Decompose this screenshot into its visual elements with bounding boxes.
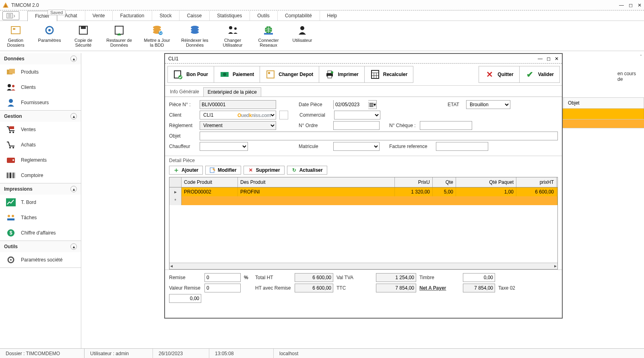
grid-scrollbar[interactable]: ◂▸ xyxy=(169,263,557,269)
timbre-label: Timbre xyxy=(419,275,460,280)
valremise-input[interactable] xyxy=(204,284,241,292)
chevron-up-icon: ▴ xyxy=(70,113,77,119)
sidebar-section-outils[interactable]: Outils▴ xyxy=(0,241,81,252)
etat-select[interactable]: Brouillon xyxy=(466,100,510,109)
sidebar-section-gestion[interactable]: Gestion▴ xyxy=(0,111,81,122)
close-icon[interactable]: ✕ xyxy=(638,2,642,8)
menu-tab-caisse[interactable]: Caisse xyxy=(179,10,209,21)
client-select[interactable]: CLI1 xyxy=(200,111,276,119)
svg-rect-41 xyxy=(12,173,12,178)
calendar-icon[interactable]: ▥▾ xyxy=(368,102,376,107)
sidebar-item-achats[interactable]: Achats xyxy=(0,137,81,152)
svg-rect-62 xyxy=(372,70,379,78)
client-label: Client xyxy=(169,112,197,118)
grid-row-new[interactable]: * xyxy=(169,196,557,205)
recalculer-button[interactable]: Recalculer xyxy=(364,66,414,83)
modal-close-icon[interactable]: ✕ xyxy=(555,56,559,62)
ribbon-mettre-a-jour[interactable]: ↻Mettre a Jour la BDD xyxy=(142,23,171,47)
scroll-right-icon[interactable]: ▸ xyxy=(554,263,557,269)
valtva-label: Val TVA xyxy=(336,275,373,280)
paiement-button[interactable]: Paiement xyxy=(214,66,260,83)
reglement-select[interactable]: Virement xyxy=(200,121,276,130)
detail-grid[interactable]: Code Produit Des Produit PrixU Qte Qté P… xyxy=(169,177,558,270)
chevron-up-icon: ▴ xyxy=(70,243,77,250)
ajouter-button[interactable]: ＋Ajouter xyxy=(169,166,203,175)
taxe-input[interactable] xyxy=(169,294,201,303)
changer-depot-button[interactable]: Changer Depot xyxy=(260,66,319,83)
date-input-wrap[interactable]: ▥▾ xyxy=(333,100,377,109)
modifier-button[interactable]: Modifier xyxy=(205,166,241,175)
client-lookup-button[interactable] xyxy=(279,111,288,119)
sidebar-item-produits[interactable]: Produits xyxy=(0,64,81,80)
ribbon-changer-utilisateur[interactable]: Changer Utilisateur xyxy=(218,23,247,47)
grid-row-0[interactable]: ▸ PROD00002 PROFINI 1 320,00 5,00 1,00 6… xyxy=(169,187,557,196)
ribbon-utilisateur[interactable]: Utilisateur xyxy=(290,23,315,47)
sidebar-item-clients[interactable]: Clients xyxy=(0,80,81,95)
chauffeur-select[interactable] xyxy=(200,142,248,151)
date-input[interactable] xyxy=(334,100,368,109)
objet-input[interactable] xyxy=(200,132,558,140)
menu-tab-stock[interactable]: Stock xyxy=(152,10,179,21)
detail-section-label: Detail Pièce xyxy=(165,156,562,165)
menu-tab-facturation[interactable]: Facturation xyxy=(112,10,152,21)
sidebar-item-chiffre[interactable]: $Chiffre d'affaires xyxy=(0,225,81,241)
bon-pour-button[interactable]: Bon Pour xyxy=(167,66,214,83)
wallet-icon xyxy=(6,156,16,165)
tab-entete[interactable]: Entete\pied de la pièce xyxy=(203,87,261,97)
matricule-select[interactable] xyxy=(333,142,380,151)
sidebar-item-parametres-societe[interactable]: Paramètres société xyxy=(0,252,81,267)
grid-header: Code Produit Des Produit PrixU Qte Qté P… xyxy=(169,177,557,187)
app-title: TIMCOM 2.0 xyxy=(11,2,39,8)
menu-tab-help[interactable]: Help xyxy=(320,10,345,21)
sidebar-item-comptoire[interactable]: Comptoire xyxy=(0,168,81,183)
imprimer-button[interactable]: Imprimer xyxy=(319,66,364,83)
piece-input[interactable] xyxy=(200,100,276,109)
modal-minimize-icon[interactable]: — xyxy=(538,56,543,62)
commercial-label: Commercial xyxy=(299,112,332,118)
svg-point-37 xyxy=(12,159,14,161)
svg-point-21 xyxy=(229,26,232,29)
menu-tab-comptabilite[interactable]: Comptabilité xyxy=(277,10,320,21)
svg-rect-40 xyxy=(10,173,11,178)
remise-label: Remise xyxy=(169,275,201,280)
modal-maximize-icon[interactable]: ◻ xyxy=(547,56,551,62)
collapse-caret-icon[interactable]: ˆ xyxy=(640,55,642,59)
ribbon-copie-securite[interactable]: Copie de Sécurité xyxy=(71,23,96,47)
cheque-input[interactable] xyxy=(420,121,472,130)
supprimer-button[interactable]: ✕Supprimer xyxy=(244,166,285,175)
matricule-label: Matricule xyxy=(299,144,331,149)
actualiser-button[interactable]: ↻Actualiser xyxy=(287,166,327,175)
ribbon-connecter-reseaux[interactable]: Connecter Reseaux xyxy=(256,23,281,47)
sidebar-section-donnees[interactable]: Données▴ xyxy=(0,53,81,64)
ribbon-gestion-dossiers[interactable]: Gestion Dossiers xyxy=(3,23,28,47)
sidebar-item-tbord[interactable]: T. Bord xyxy=(0,195,81,210)
sidebar-item-fournisseurs[interactable]: Fournisseurs xyxy=(0,95,81,110)
sidebar-section-impressions[interactable]: Impressions▴ xyxy=(0,183,81,195)
timbre-input[interactable] xyxy=(463,273,495,282)
commercial-select[interactable] xyxy=(334,111,380,119)
valider-button[interactable]: ✔Valider xyxy=(519,66,560,83)
menu-tab-outils[interactable]: Outils xyxy=(250,10,277,21)
svg-rect-47 xyxy=(7,218,14,220)
sidebar-item-taches[interactable]: Tâches xyxy=(0,210,81,225)
sidebar-item-ventes[interactable]: Ventes xyxy=(0,122,81,137)
remise-input[interactable] xyxy=(204,273,241,282)
minimize-icon[interactable]: — xyxy=(619,2,624,8)
maximize-icon[interactable]: ◻ xyxy=(629,2,633,8)
totals-panel: Remise % Total HT Val TVA Timbre Valeur … xyxy=(165,270,562,306)
menu-tab-vente[interactable]: Vente xyxy=(85,10,113,21)
svg-point-45 xyxy=(8,215,10,217)
ribbon-reindexer[interactable]: Réindexer les Données xyxy=(180,23,209,47)
menu-tab-statistiques[interactable]: Statistiques xyxy=(209,10,250,21)
tab-info[interactable]: Info Générale xyxy=(167,87,203,97)
user-icon xyxy=(296,24,308,36)
ordre-input[interactable] xyxy=(333,121,380,130)
factref-input[interactable] xyxy=(436,142,488,151)
quick-access-dropdown[interactable] xyxy=(2,11,19,20)
ribbon-restaurer[interactable]: Restaurer de Données xyxy=(105,23,134,47)
ribbon-parametres[interactable]: Paramètres xyxy=(37,23,62,47)
scroll-left-icon[interactable]: ◂ xyxy=(170,263,173,269)
x-red-small-icon: ✕ xyxy=(248,167,254,173)
sidebar-item-reglements[interactable]: Reglements xyxy=(0,152,81,168)
quitter-button[interactable]: ✕Quitter xyxy=(479,66,519,83)
